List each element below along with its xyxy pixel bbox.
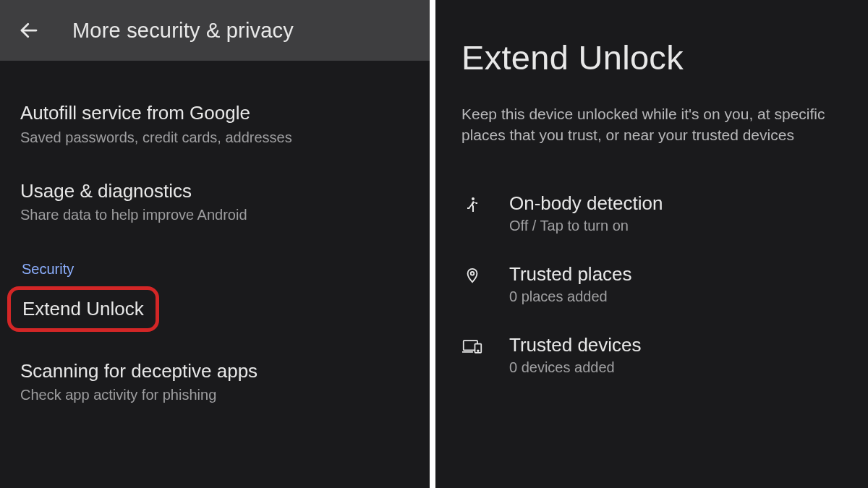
option-subtitle: 0 places added [509,288,632,305]
setting-title: Scanning for deceptive apps [20,359,409,383]
page-description: Keep this device unlocked while it's on … [461,103,842,146]
page-title: Extend Unlock [461,38,842,77]
option-trusted-places[interactable]: Trusted places 0 places added [461,249,842,320]
setting-autofill[interactable]: Autofill service from Google Saved passw… [20,90,409,158]
option-subtitle: Off / Tap to turn on [509,218,663,234]
setting-subtitle: Check app activity for phishing [20,387,409,403]
option-trusted-devices[interactable]: Trusted devices 0 devices added [461,320,842,390]
back-icon[interactable] [17,19,41,42]
pin-icon [461,265,483,286]
option-subtitle: 0 devices added [509,359,642,376]
appbar: More security & privacy [0,0,430,61]
highlight-annotation: Extend Unlock [7,286,159,332]
appbar-title: More security & privacy [72,19,294,43]
option-title: Trusted devices [509,334,642,356]
setting-subtitle: Saved passwords, credit cards, addresses [20,129,409,146]
setting-scanning-deceptive-apps[interactable]: Scanning for deceptive apps Check app ac… [20,348,409,416]
svg-point-6 [477,350,479,351]
settings-list: Autofill service from Google Saved passw… [0,61,430,415]
devices-icon [461,335,483,357]
option-list: On-body detection Off / Tap to turn on T… [461,178,842,390]
setting-title: Usage & diagnostics [20,179,409,203]
setting-title: Extend Unlock [22,297,144,321]
settings-pane-extend-unlock: Extend Unlock Keep this device unlocked … [435,0,868,488]
option-title: Trusted places [509,263,632,286]
setting-usage-diagnostics[interactable]: Usage & diagnostics Share data to help i… [20,168,409,236]
svg-point-2 [471,272,475,275]
setting-subtitle: Share data to help improve Android [20,207,409,223]
section-label-security: Security [22,261,409,278]
setting-extend-unlock[interactable]: Extend Unlock [22,297,144,321]
settings-pane-more-security: More security & privacy Autofill service… [0,0,430,488]
walk-icon [461,194,483,215]
svg-point-1 [472,197,475,200]
option-on-body-detection[interactable]: On-body detection Off / Tap to turn on [461,178,842,249]
setting-title: Autofill service from Google [20,101,409,125]
option-title: On-body detection [509,192,663,215]
